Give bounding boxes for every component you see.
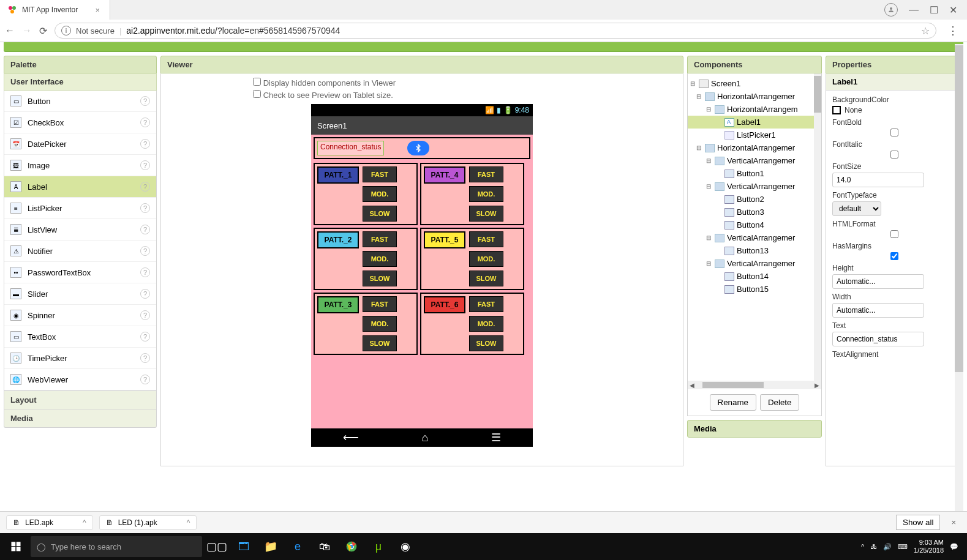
tree-node-listpicker1[interactable]: ListPicker1 — [688, 129, 821, 141]
typeface-select[interactable]: default — [832, 201, 881, 216]
prop-text[interactable]: Text — [832, 321, 957, 346]
expand-icon[interactable]: ⊟ — [706, 106, 713, 113]
prop-fonttypeface[interactable]: FontTypeface default — [832, 191, 957, 216]
fast-button[interactable]: FAST — [469, 296, 503, 312]
expand-icon[interactable]: ⊟ — [690, 80, 698, 87]
help-icon[interactable]: ? — [140, 118, 150, 127]
fontsize-input[interactable] — [832, 173, 924, 187]
help-icon[interactable]: ? — [140, 353, 150, 363]
palette-item-label[interactable]: ALabel? — [4, 176, 156, 198]
profile-icon[interactable] — [884, 3, 898, 17]
tree-node-screen1[interactable]: ⊟Screen1 — [688, 77, 821, 90]
back-button[interactable]: ← — [5, 25, 15, 36]
phone-screen[interactable]: Connection_status PATT._1 FAST MOD. SLOW… — [311, 135, 533, 428]
fast-button[interactable]: FAST — [363, 166, 397, 182]
opt-display-hidden[interactable]: Display hidden components in Viewer — [253, 77, 396, 89]
browser-menu-button[interactable]: ⋮ — [944, 24, 962, 37]
tree-node-button1[interactable]: Button1 — [688, 167, 821, 180]
palette-item-listview[interactable]: ≣ListView? — [4, 219, 156, 241]
download-item-2[interactable]: 🗎 LED (1).apk ^ — [99, 515, 197, 530]
tray-input-icon[interactable]: ⌨ — [898, 543, 908, 551]
help-icon[interactable]: ? — [140, 225, 150, 234]
mod-button[interactable]: MOD. — [469, 251, 503, 267]
palette-item-datepicker[interactable]: 📅DatePicker? — [4, 133, 156, 155]
slow-button[interactable]: SLOW — [363, 206, 397, 222]
text-input[interactable] — [832, 332, 924, 346]
slow-button[interactable]: SLOW — [469, 271, 503, 286]
prop-height[interactable]: Height — [832, 264, 957, 289]
slow-button[interactable]: SLOW — [469, 206, 503, 222]
palette-item-webviewer[interactable]: 🌐WebViewer? — [4, 369, 156, 390]
pattern-button-3[interactable]: PATT._3 — [317, 296, 359, 313]
reload-button[interactable]: ⟳ — [39, 25, 47, 37]
help-icon[interactable]: ? — [140, 160, 150, 170]
tree-node-horizontalarrangemer[interactable]: ⊟HorizontalArrangemer — [688, 90, 821, 103]
help-icon[interactable]: ? — [140, 203, 150, 213]
fast-button[interactable]: FAST — [469, 231, 503, 247]
url-field[interactable]: i Not secure | ai2.appinventor.mit.edu/?… — [55, 23, 936, 39]
chevron-up-icon[interactable]: ^ — [187, 518, 190, 527]
browser-tab[interactable]: MIT App Inventor × — [0, 0, 110, 20]
mod-button[interactable]: MOD. — [363, 186, 397, 202]
delete-button[interactable]: Delete — [760, 394, 800, 411]
minimize-button[interactable]: — — [909, 4, 919, 15]
bookmark-star-icon[interactable]: ☆ — [921, 25, 930, 37]
taskbar-store-icon[interactable]: 🛍 — [312, 534, 337, 559]
taskbar-search[interactable]: ◯ Type here to search — [31, 536, 202, 557]
prop-htmlformat[interactable]: HTMLFormat — [832, 220, 957, 238]
palette-category-ui[interactable]: User Interface — [4, 73, 157, 91]
slow-button[interactable]: SLOW — [469, 335, 503, 351]
slow-button[interactable]: SLOW — [363, 271, 397, 286]
help-icon[interactable]: ? — [140, 246, 150, 256]
pattern-button-6[interactable]: PATT._6 — [424, 296, 465, 313]
palette-category-media[interactable]: Media — [4, 409, 157, 428]
palette-item-passwordtextbox[interactable]: ••PasswordTextBox? — [4, 262, 156, 283]
mod-button[interactable]: MOD. — [363, 316, 397, 332]
help-icon[interactable]: ? — [140, 375, 150, 384]
help-icon[interactable]: ? — [140, 332, 150, 342]
tree-node-button4[interactable]: Button4 — [688, 218, 821, 231]
help-icon[interactable]: ? — [140, 267, 150, 277]
help-icon[interactable]: ? — [140, 310, 150, 320]
expand-icon[interactable]: ⊟ — [706, 234, 713, 241]
tree-node-horizontalarrangemer[interactable]: ⊟HorizontalArrangemer — [688, 141, 821, 154]
help-icon[interactable]: ? — [140, 182, 150, 192]
height-input[interactable] — [832, 274, 924, 289]
tray-clock[interactable]: 9:03 AM 1/25/2018 — [914, 539, 944, 554]
tree-node-horizontalarrangem[interactable]: ⊟HorizontalArrangem — [688, 103, 821, 116]
tree-node-verticalarrangemer[interactable]: ⊟VerticalArrangemer — [688, 257, 821, 270]
tree-node-button13[interactable]: Button13 — [688, 244, 821, 257]
maximize-button[interactable]: ☐ — [930, 4, 938, 16]
palette-item-notifier[interactable]: ⚠Notifier? — [4, 241, 156, 262]
mod-button[interactable]: MOD. — [363, 251, 397, 267]
download-item-1[interactable]: 🗎 LED.apk ^ — [6, 515, 93, 530]
slow-button[interactable]: SLOW — [363, 335, 397, 351]
expand-icon[interactable]: ⊟ — [696, 144, 704, 151]
palette-item-timepicker[interactable]: 🕒TimePicker? — [4, 348, 156, 369]
tray-network-icon[interactable]: 🖧 — [870, 543, 877, 550]
site-info-icon[interactable]: i — [61, 26, 71, 35]
palette-item-spinner[interactable]: ◉Spinner? — [4, 305, 156, 326]
help-icon[interactable]: ? — [140, 96, 150, 106]
pattern-button-5[interactable]: PATT._5 — [424, 231, 465, 248]
expand-icon[interactable]: ⊟ — [696, 93, 704, 100]
recents-icon[interactable]: ☰ — [491, 431, 501, 444]
prop-fontsize[interactable]: FontSize — [832, 162, 957, 187]
expand-icon[interactable]: ⊟ — [706, 157, 713, 164]
prop-textalignment[interactable]: TextAlignment — [832, 350, 957, 359]
component-tree[interactable]: ⊟Screen1⊟HorizontalArrangemer⊟Horizontal… — [688, 73, 821, 381]
tree-node-button3[interactable]: Button3 — [688, 206, 821, 218]
tree-node-label1[interactable]: Label1 — [688, 116, 821, 129]
palette-item-textbox[interactable]: ▭TextBox? — [4, 326, 156, 348]
fast-button[interactable]: FAST — [363, 231, 397, 247]
back-icon[interactable]: ⟵ — [343, 431, 359, 444]
bluetooth-button[interactable] — [407, 141, 429, 155]
show-all-downloads-button[interactable]: Show all — [896, 515, 940, 530]
tree-node-verticalarrangemer[interactable]: ⊟VerticalArrangemer — [688, 231, 821, 244]
taskbar-obs-icon[interactable]: ◉ — [393, 534, 418, 559]
palette-item-image[interactable]: 🖼Image? — [4, 155, 156, 176]
taskbar-edge-icon[interactable]: 🗔 — [231, 534, 256, 559]
opt-tablet-preview[interactable]: Check to see Preview on Tablet size. — [253, 89, 396, 102]
chevron-up-icon[interactable]: ^ — [83, 518, 86, 527]
palette-category-layout[interactable]: Layout — [4, 391, 157, 409]
